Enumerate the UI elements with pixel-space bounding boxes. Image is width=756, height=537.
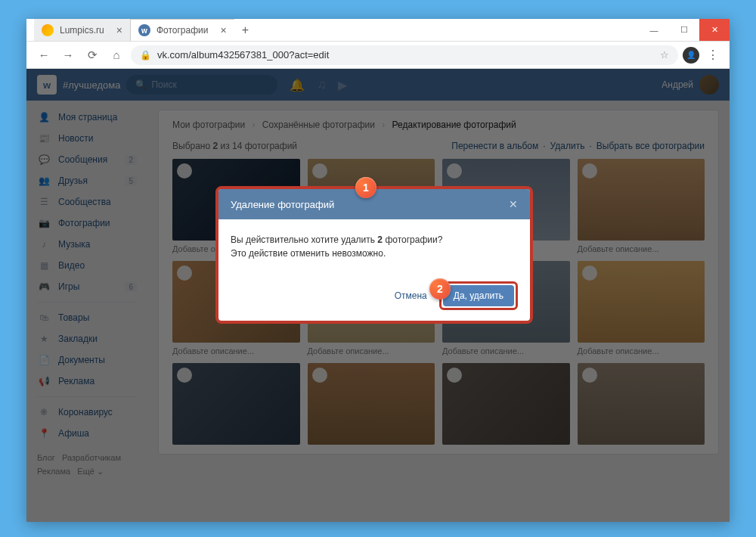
cancel-button[interactable]: Отмена xyxy=(389,286,433,306)
profile-avatar[interactable]: 👤 xyxy=(683,47,699,64)
url-text: vk.com/album432567381_000?act=edit xyxy=(157,49,654,61)
callout-badge-2: 2 xyxy=(429,278,451,300)
tab-strip: Lumpics.ru × w Фотографии × + xyxy=(34,19,639,41)
modal-body: Вы действительно хотите удалить 2 фотогр… xyxy=(218,219,530,274)
tab-lumpics[interactable]: Lumpics.ru × xyxy=(34,19,131,41)
confirm-delete-button[interactable]: Да, удалить xyxy=(443,285,514,306)
reload-button[interactable]: ⟳ xyxy=(82,45,102,65)
modal-footer: Отмена Да, удалить xyxy=(218,274,530,321)
callout-badge-1: 1 xyxy=(355,177,376,198)
new-tab-button[interactable]: + xyxy=(234,23,256,37)
close-icon[interactable]: × xyxy=(116,24,122,36)
annotation-border: Удаление фотографий ✕ Вы действительно х… xyxy=(215,186,533,324)
maximize-button[interactable]: ☐ xyxy=(669,19,699,41)
modal-text-line1: Вы действительно хотите удалить 2 фотогр… xyxy=(231,233,518,247)
delete-modal: Удаление фотографий ✕ Вы действительно х… xyxy=(218,189,530,321)
window-controls: — ☐ ✕ xyxy=(639,19,730,41)
tab-title: Lumpics.ru xyxy=(60,25,104,36)
omnibox[interactable]: 🔒 vk.com/album432567381_000?act=edit ☆ xyxy=(131,45,678,65)
back-button[interactable]: ← xyxy=(34,45,54,65)
window-close-button[interactable]: ✕ xyxy=(699,19,730,41)
browser-window: Lumpics.ru × w Фотографии × + — ☐ ✕ ← → … xyxy=(26,19,730,522)
modal-title: Удаление фотографий xyxy=(231,199,334,210)
lock-icon: 🔒 xyxy=(140,50,151,61)
close-icon[interactable]: ✕ xyxy=(509,198,518,210)
forward-button[interactable]: → xyxy=(58,45,78,65)
tab-title: Фотографии xyxy=(156,25,209,36)
titlebar: Lumpics.ru × w Фотографии × + — ☐ ✕ xyxy=(26,19,730,42)
star-icon[interactable]: ☆ xyxy=(660,49,669,61)
page-content: w #лучшедома 🔍 Поиск 🔔 ♫ ▶ Андрей 👤Моя с… xyxy=(26,69,730,522)
home-button[interactable]: ⌂ xyxy=(107,45,126,65)
minimize-button[interactable]: — xyxy=(639,19,669,41)
address-bar: ← → ⟳ ⌂ 🔒 vk.com/album432567381_000?act=… xyxy=(26,42,730,69)
favicon-vk: w xyxy=(138,24,150,36)
tab-vk[interactable]: w Фотографии × xyxy=(131,19,234,41)
favicon-lumpics xyxy=(42,24,54,36)
browser-menu-button[interactable]: ⋮ xyxy=(704,48,722,62)
modal-text-line2: Это действие отменить невозможно. xyxy=(231,247,518,260)
annotation-border-confirm: Да, удалить xyxy=(439,281,518,310)
close-icon[interactable]: × xyxy=(220,24,226,36)
